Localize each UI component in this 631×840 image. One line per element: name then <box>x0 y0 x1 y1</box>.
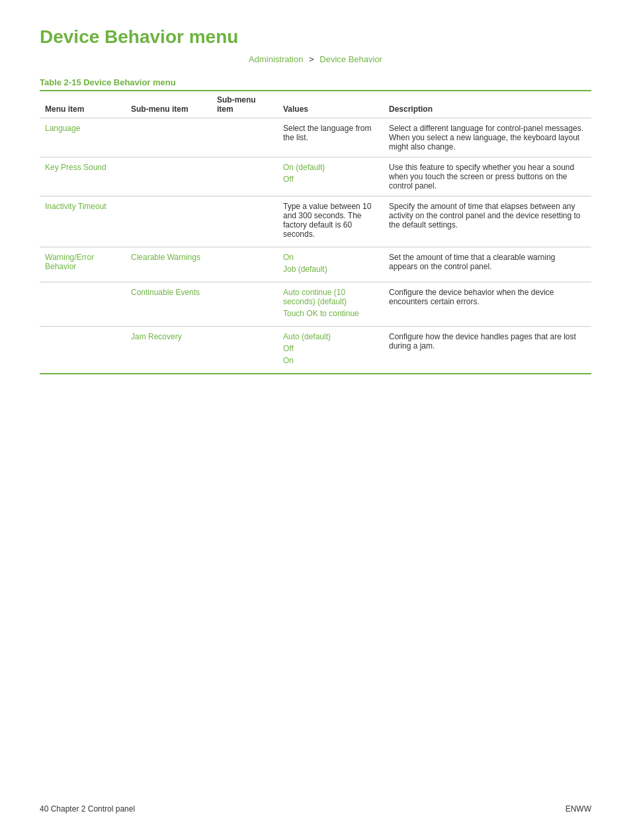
cell-sub2 <box>212 157 278 196</box>
value-link[interactable]: On (default) <box>283 163 325 172</box>
table-caption: Table 2-15 Device Behavior menu <box>40 77 591 87</box>
value-link[interactable]: Auto (default) <box>283 332 331 341</box>
cell-values: OnJob (default) <box>278 247 384 282</box>
table-row: Warning/Error BehaviorClearable Warnings… <box>40 247 591 282</box>
value-item: Type a value between 10 and 300 seconds.… <box>283 202 378 239</box>
value-item: Job (default) <box>283 265 378 274</box>
value-link[interactable]: On <box>283 253 294 262</box>
cell-description: Configure the device behavior when the d… <box>384 282 591 327</box>
col-header-values: Values <box>278 91 384 118</box>
menu-item-link[interactable]: Key Press Sound <box>45 163 106 172</box>
cell-description: Use this feature to specify whether you … <box>384 157 591 196</box>
value-item: On <box>283 356 378 365</box>
cell-sub1: Clearable Warnings <box>126 247 212 282</box>
footer-left: 40 Chapter 2 Control panel <box>40 804 135 814</box>
menu-item-link[interactable]: Inactivity Timeout <box>45 202 106 211</box>
sub1-link[interactable]: Clearable Warnings <box>131 253 200 262</box>
value-link[interactable]: Off <box>283 344 294 353</box>
sub1-link[interactable]: Jam Recovery <box>131 332 182 341</box>
cell-values: Auto continue (10 seconds) (default)Touc… <box>278 282 384 327</box>
table-row: Inactivity TimeoutType a value between 1… <box>40 196 591 247</box>
value-item: Off <box>283 175 378 184</box>
cell-sub1 <box>126 118 212 157</box>
cell-menu-item: Warning/Error Behavior <box>40 247 126 282</box>
menu-item-link[interactable]: Warning/Error Behavior <box>45 253 94 271</box>
cell-values: Auto (default)OffOn <box>278 327 384 374</box>
value-item: Auto (default) <box>283 332 378 341</box>
cell-menu-item <box>40 327 126 374</box>
table-row: Continuable EventsAuto continue (10 seco… <box>40 282 591 327</box>
cell-sub2 <box>212 196 278 247</box>
col-header-menu: Menu item <box>40 91 126 118</box>
breadcrumb: Administration > Device Behavior <box>40 54 591 64</box>
cell-sub2 <box>212 282 278 327</box>
page-title: Device Behavior menu <box>40 26 591 48</box>
value-item: Touch OK to continue <box>283 309 378 318</box>
cell-sub2 <box>212 247 278 282</box>
menu-item-link[interactable]: Language <box>45 124 80 133</box>
cell-sub1 <box>126 196 212 247</box>
cell-sub2 <box>212 327 278 374</box>
cell-description: Specify the amount of time that elapses … <box>384 196 591 247</box>
cell-values: On (default)Off <box>278 157 384 196</box>
cell-values: Select the language from the list. <box>278 118 384 157</box>
breadcrumb-current[interactable]: Device Behavior <box>319 54 382 64</box>
cell-menu-item <box>40 282 126 327</box>
cell-sub1 <box>126 157 212 196</box>
value-link[interactable]: Auto continue (10 seconds) (default) <box>283 288 347 306</box>
value-item: Auto continue (10 seconds) (default) <box>283 288 378 306</box>
table-row: Jam RecoveryAuto (default)OffOnConfigure… <box>40 327 591 374</box>
value-link[interactable]: Job (default) <box>283 265 327 274</box>
col-header-sub2: Sub-menu item <box>212 91 278 118</box>
value-item: Select the language from the list. <box>283 124 378 142</box>
footer: 40 Chapter 2 Control panel ENWW <box>40 804 591 814</box>
value-item: Off <box>283 344 378 353</box>
value-link[interactable]: On <box>283 356 294 365</box>
device-behavior-table: Menu item Sub-menu item Sub-menu item Va… <box>40 90 591 374</box>
cell-menu-item: Language <box>40 118 126 157</box>
value-item: On <box>283 253 378 262</box>
footer-right: ENWW <box>566 804 591 814</box>
col-header-description: Description <box>384 91 591 118</box>
cell-menu-item: Inactivity Timeout <box>40 196 126 247</box>
breadcrumb-admin[interactable]: Administration <box>249 54 303 64</box>
cell-description: Configure how the device handles pages t… <box>384 327 591 374</box>
table-row: LanguageSelect the language from the lis… <box>40 118 591 157</box>
sub1-link[interactable]: Continuable Events <box>131 288 200 297</box>
cell-sub1: Jam Recovery <box>126 327 212 374</box>
value-item: On (default) <box>283 163 378 172</box>
value-link[interactable]: Off <box>283 175 294 184</box>
cell-sub2 <box>212 118 278 157</box>
cell-sub1: Continuable Events <box>126 282 212 327</box>
table-row: Key Press SoundOn (default)OffUse this f… <box>40 157 591 196</box>
cell-menu-item: Key Press Sound <box>40 157 126 196</box>
cell-description: Set the amount of time that a clearable … <box>384 247 591 282</box>
table-header-row: Menu item Sub-menu item Sub-menu item Va… <box>40 91 591 118</box>
cell-description: Select a different language for control-… <box>384 118 591 157</box>
cell-values: Type a value between 10 and 300 seconds.… <box>278 196 384 247</box>
col-header-sub1: Sub-menu item <box>126 91 212 118</box>
value-link[interactable]: Touch OK to continue <box>283 309 359 318</box>
breadcrumb-separator: > <box>309 54 314 64</box>
